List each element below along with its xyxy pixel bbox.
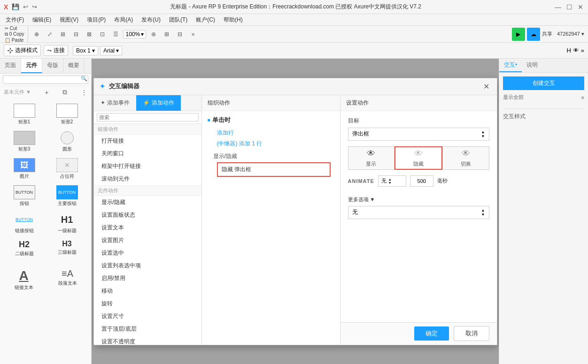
cut-btn[interactable]: ✂ Cut bbox=[4, 26, 25, 31]
sidebar-tab-pages[interactable]: 页面 bbox=[0, 59, 21, 73]
widget-button[interactable]: BUTTON 按钮 bbox=[4, 183, 45, 209]
menu-account[interactable]: 账户(C) bbox=[192, 15, 219, 25]
action-open-link[interactable]: 打开链接 bbox=[94, 135, 201, 147]
widget-circle[interactable]: 圆形 bbox=[46, 129, 87, 154]
box-selector[interactable]: Box 1 ▾ bbox=[73, 46, 98, 55]
widget-h3[interactable]: H3 三级标题 bbox=[46, 238, 87, 259]
connector-icon[interactable]: ⤢ bbox=[44, 29, 55, 40]
action-set-list-selected[interactable]: 设置列表选中项 bbox=[94, 259, 201, 272]
ok-button[interactable]: 确定 bbox=[414, 326, 449, 341]
menu-layout[interactable]: 布局(A) bbox=[110, 15, 137, 25]
align-h-icon[interactable]: ⊟ bbox=[70, 29, 82, 40]
add-row-link[interactable]: 添加行 bbox=[217, 129, 234, 136]
more-down[interactable]: ▼ bbox=[481, 212, 485, 217]
inspect-icon[interactable]: H bbox=[566, 47, 571, 54]
widget-placeholder[interactable]: ✕ 占位符 bbox=[46, 156, 87, 182]
select-mode-btn[interactable]: ⊹ 选择模式 bbox=[4, 45, 41, 56]
copy-btn[interactable]: ⧉ 0 Copy bbox=[4, 31, 25, 37]
insert-icon[interactable]: ⊕ bbox=[31, 29, 42, 40]
rulers-icon[interactable]: ⊟ bbox=[174, 29, 186, 40]
target-down-arrow[interactable]: ▼ bbox=[481, 134, 485, 138]
action-set-text[interactable]: 设置文本 bbox=[94, 221, 201, 234]
widget-h1[interactable]: H1 一级标题 bbox=[46, 211, 87, 236]
publish-btn[interactable]: ☁ bbox=[527, 28, 540, 41]
action-scroll-to[interactable]: 滚动到元件 bbox=[94, 173, 201, 185]
action-rotate[interactable]: 旋转 bbox=[94, 297, 201, 310]
action-set-image[interactable]: 设置图片 bbox=[94, 234, 201, 247]
action-set-panel[interactable]: 设置面板状态 bbox=[94, 209, 201, 221]
action-enable-disable[interactable]: 启用/禁用 bbox=[94, 272, 201, 285]
preview-btn[interactable]: ▶ bbox=[512, 28, 525, 41]
dialog-close-btn[interactable]: ✕ bbox=[481, 82, 491, 91]
animate-up[interactable]: ▲ bbox=[388, 178, 392, 181]
action-set-opacity[interactable]: 设置不透明度 bbox=[94, 335, 201, 345]
sidebar-tab-outline[interactable]: 概要 bbox=[63, 59, 85, 73]
menu-help[interactable]: 帮助(H) bbox=[220, 15, 247, 25]
eye-panel-icon[interactable]: 👁 bbox=[573, 47, 579, 54]
action-close-window[interactable]: 关闭窗口 bbox=[94, 147, 201, 160]
menu-publish[interactable]: 发布(U) bbox=[138, 15, 164, 25]
more-options-dropdown[interactable]: 无 ▲ ▼ bbox=[348, 206, 489, 219]
widget-rect2[interactable]: 矩形2 bbox=[46, 102, 87, 127]
undo-icon[interactable]: ↩ bbox=[23, 3, 28, 10]
hide-btn[interactable]: 👁 隐藏 bbox=[395, 146, 442, 170]
paste-btn[interactable]: 📋 Paste bbox=[4, 38, 25, 43]
action-set-selected[interactable]: 设置选中 bbox=[94, 247, 201, 259]
menu-edit[interactable]: 编辑(E) bbox=[29, 15, 55, 25]
expand-panel-icon[interactable]: » bbox=[581, 47, 584, 54]
more-widget-btn[interactable]: ⋮ bbox=[81, 89, 87, 96]
animate-ms-field[interactable]: 500 bbox=[410, 175, 433, 187]
target-up-arrow[interactable]: ▲ bbox=[481, 130, 485, 134]
widget-rect1[interactable]: 矩形1 bbox=[4, 102, 45, 127]
widget-text-list[interactable]: ≡A 段落文本 bbox=[47, 266, 87, 293]
animate-dropdown[interactable]: 无 ▲ ▼ bbox=[378, 175, 406, 187]
more-icon[interactable]: » bbox=[187, 29, 199, 40]
zoom-control[interactable]: 100% ▾ bbox=[123, 30, 146, 38]
group-icon[interactable]: ⊡ bbox=[97, 29, 108, 40]
widget-link-button[interactable]: BUTTON 链接按钮 bbox=[4, 211, 45, 236]
cancel-button[interactable]: 取消 bbox=[454, 326, 489, 341]
add-event-tab[interactable]: ✦ 添加事件 bbox=[94, 95, 136, 111]
widget-primary-button[interactable]: BUTTON 主要按钮 bbox=[46, 183, 87, 209]
widget-search-input[interactable] bbox=[3, 76, 88, 84]
action-item-hide-popup[interactable]: 隐藏 弹出框 bbox=[217, 162, 331, 177]
action-move[interactable]: 移动 bbox=[94, 285, 201, 297]
more-options-label[interactable]: 更多选项 ▼ bbox=[348, 196, 489, 203]
duplicate-widget-btn[interactable]: ⧉ bbox=[62, 88, 67, 96]
menu-team[interactable]: 团队(T) bbox=[165, 15, 191, 25]
canvas[interactable]: ✦ 交互编辑器 ✕ ✦ 添加事件 ⚡ bbox=[92, 59, 499, 364]
connect-btn[interactable]: ⤳ 连接 bbox=[44, 45, 68, 56]
animate-down[interactable]: ▼ bbox=[388, 181, 392, 184]
menu-project[interactable]: 项目(P) bbox=[83, 15, 109, 25]
rsp-tab-interact[interactable]: 交互• bbox=[499, 59, 522, 72]
add-action-tab[interactable]: ⚡ 添加动作 bbox=[136, 95, 181, 111]
snap-icon[interactable]: ⊛ bbox=[148, 29, 159, 40]
target-dropdown[interactable]: 弹出框 ▲ ▼ bbox=[348, 128, 489, 141]
widget-rect3[interactable]: 矩形3 bbox=[4, 129, 45, 154]
relay-add-row[interactable]: (中继器) 添加 1 行 bbox=[208, 139, 334, 149]
show-btn[interactable]: 👁 显示 bbox=[348, 146, 395, 170]
create-interaction-btn[interactable]: 创建交互 bbox=[503, 76, 584, 90]
action-set-size[interactable]: 设置尺寸 bbox=[94, 310, 201, 323]
action-open-in-frame[interactable]: 框架中打开链接 bbox=[94, 160, 201, 173]
redo-icon[interactable]: ↪ bbox=[32, 3, 37, 10]
action-show-hide[interactable]: 显示/隐藏 bbox=[94, 196, 201, 209]
widget-h2[interactable]: H2 二级标题 bbox=[4, 238, 45, 259]
maximize-btn[interactable]: ☐ bbox=[565, 3, 573, 11]
save-icon[interactable]: 💾 bbox=[12, 3, 19, 10]
distribute-icon[interactable]: ☰ bbox=[110, 29, 121, 40]
account-area[interactable]: 47262947 ▾ bbox=[557, 31, 584, 37]
share-area[interactable]: 共享 47262947 ▾ bbox=[542, 30, 584, 38]
close-btn[interactable]: ✕ bbox=[577, 3, 584, 11]
sidebar-tab-widgets[interactable]: 元件 bbox=[21, 59, 42, 73]
action-set-layer[interactable]: 置于顶层/底层 bbox=[94, 323, 201, 335]
add-widget-btn[interactable]: + bbox=[45, 89, 48, 96]
rsp-tab-notes[interactable]: 说明 bbox=[522, 59, 542, 72]
crop-icon[interactable]: ⊞ bbox=[57, 29, 69, 40]
minimize-btn[interactable]: — bbox=[554, 3, 562, 11]
align-v-icon[interactable]: ⊠ bbox=[84, 29, 95, 40]
sidebar-tab-masters[interactable]: 母版 bbox=[42, 59, 63, 73]
more-up[interactable]: ▲ bbox=[481, 208, 485, 212]
toggle-btn[interactable]: 👁 切换 bbox=[442, 146, 489, 170]
grid-icon[interactable]: ⊞ bbox=[161, 29, 172, 40]
